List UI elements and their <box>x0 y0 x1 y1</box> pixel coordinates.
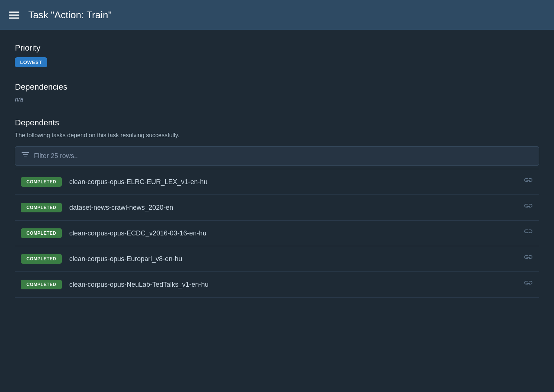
status-badge: COMPLETED <box>21 203 62 212</box>
status-badge: COMPLETED <box>21 228 62 238</box>
filter-container <box>15 146 539 166</box>
row-left-2: COMPLETED clean-corpus-opus-ECDC_v2016-0… <box>21 228 206 238</box>
status-badge: COMPLETED <box>21 280 62 289</box>
dependents-section: Dependents The following tasks depend on… <box>15 118 539 298</box>
task-name: clean-corpus-opus-Europarl_v8-en-hu <box>69 255 182 263</box>
table-row: COMPLETED clean-corpus-opus-ELRC-EUR_LEX… <box>15 169 539 195</box>
page-title: Task "Action: Train" <box>28 9 112 21</box>
row-left-0: COMPLETED clean-corpus-opus-ELRC-EUR_LEX… <box>21 177 207 187</box>
table-row: COMPLETED clean-corpus-opus-ECDC_v2016-0… <box>15 221 539 246</box>
priority-badge: LOWEST <box>15 57 47 67</box>
task-name: dataset-news-crawl-news_2020-en <box>69 204 173 212</box>
table-row: COMPLETED clean-corpus-opus-Europarl_v8-… <box>15 246 539 272</box>
priority-label: Priority <box>15 43 539 53</box>
dependencies-value: n/a <box>15 96 539 103</box>
link-icon[interactable] <box>523 253 533 265</box>
dependents-label: Dependents <box>15 118 539 128</box>
task-name: clean-corpus-opus-NeuLab-TedTalks_v1-en-… <box>69 281 208 289</box>
dependencies-label: Dependencies <box>15 82 539 92</box>
table-row: COMPLETED clean-corpus-opus-NeuLab-TedTa… <box>15 272 539 298</box>
main-content: Priority LOWEST Dependencies n/a Depende… <box>0 30 554 326</box>
app-header: Task "Action: Train" <box>0 0 554 30</box>
menu-button[interactable] <box>9 12 19 19</box>
dependents-description: The following tasks depend on this task … <box>15 132 539 139</box>
task-name: clean-corpus-opus-ELRC-EUR_LEX_v1-en-hu <box>69 178 207 186</box>
dependents-list: COMPLETED clean-corpus-opus-ELRC-EUR_LEX… <box>15 169 539 298</box>
task-name: clean-corpus-opus-ECDC_v2016-03-16-en-hu <box>69 229 206 237</box>
row-left-1: COMPLETED dataset-news-crawl-news_2020-e… <box>21 203 173 212</box>
link-icon[interactable] <box>523 227 533 239</box>
status-badge: COMPLETED <box>21 254 62 264</box>
link-icon[interactable] <box>523 279 533 290</box>
priority-section: Priority LOWEST <box>15 43 539 67</box>
filter-icon <box>21 151 29 161</box>
row-left-3: COMPLETED clean-corpus-opus-Europarl_v8-… <box>21 254 182 264</box>
link-icon[interactable] <box>523 176 533 188</box>
dependencies-section: Dependencies n/a <box>15 82 539 103</box>
filter-input[interactable] <box>34 152 533 160</box>
table-row: COMPLETED dataset-news-crawl-news_2020-e… <box>15 195 539 221</box>
status-badge: COMPLETED <box>21 177 62 187</box>
link-icon[interactable] <box>523 202 533 213</box>
row-left-4: COMPLETED clean-corpus-opus-NeuLab-TedTa… <box>21 280 208 289</box>
